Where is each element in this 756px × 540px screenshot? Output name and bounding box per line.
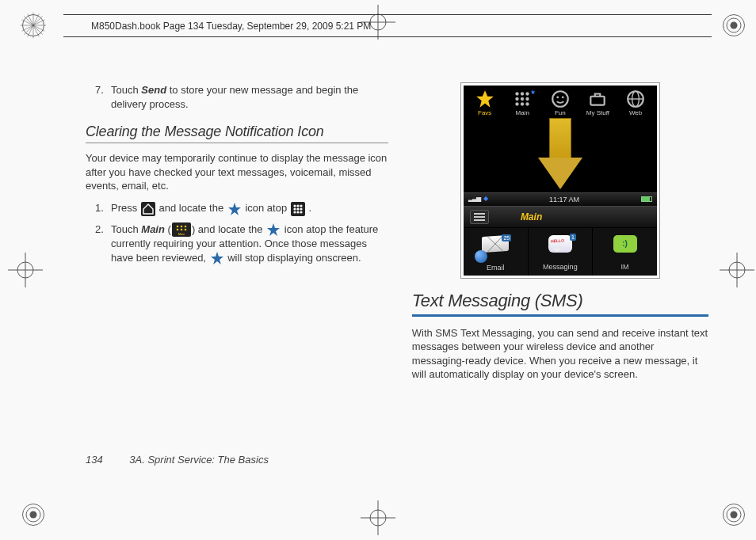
header-rule xyxy=(63,36,712,37)
tab-favs: Favs xyxy=(467,90,503,118)
svg-point-13 xyxy=(26,508,40,522)
svg-point-0 xyxy=(23,15,44,36)
tab-label: Web xyxy=(617,109,654,118)
footer-section: 3A. Sprint Service: The Basics xyxy=(129,454,269,466)
app-label: Messaging xyxy=(529,262,593,272)
menu-icon xyxy=(470,210,489,224)
tab-label: Fun xyxy=(542,109,578,118)
globe-icon xyxy=(625,90,646,108)
crop-rosette-icon xyxy=(19,500,48,529)
svg-point-17 xyxy=(731,511,738,519)
app-im: :) IM xyxy=(593,228,657,276)
svg-line-6 xyxy=(28,14,39,37)
svg-point-61 xyxy=(562,96,564,98)
main-tab-icon: Main xyxy=(172,222,191,237)
clock: 11:17 AM xyxy=(549,195,579,204)
star-icon xyxy=(227,202,242,216)
svg-line-4 xyxy=(24,16,42,34)
svg-point-36 xyxy=(300,207,302,210)
tab-mystuff: My Stuff xyxy=(580,90,617,118)
battery-icon xyxy=(641,196,652,202)
intro-paragraph: Your device may temporarily continue to … xyxy=(86,151,388,193)
send-label: Send xyxy=(141,84,166,96)
svg-point-41 xyxy=(181,226,183,228)
svg-point-18 xyxy=(17,262,33,278)
tab-label: My Stuff xyxy=(580,109,617,118)
svg-point-60 xyxy=(556,96,559,98)
hello-text: HELLO xyxy=(551,238,564,244)
star-icon xyxy=(210,251,224,265)
svg-marker-47 xyxy=(267,223,280,236)
svg-point-11 xyxy=(731,22,738,29)
svg-point-56 xyxy=(516,102,519,105)
step-text: Press xyxy=(111,202,140,214)
svg-point-54 xyxy=(521,97,524,101)
svg-point-31 xyxy=(293,204,296,207)
svg-point-59 xyxy=(552,91,568,107)
step-text: Touch xyxy=(111,84,141,96)
app-label: IM xyxy=(593,262,657,272)
app-email: 25 Email xyxy=(464,228,529,276)
svg-point-39 xyxy=(300,211,302,213)
crop-rosette-icon xyxy=(720,11,748,40)
svg-point-43 xyxy=(177,229,179,231)
svg-point-38 xyxy=(296,211,299,213)
badge: 1 xyxy=(570,234,576,241)
tab-web: Web xyxy=(617,90,654,118)
svg-line-7 xyxy=(22,20,45,31)
footer: 134 3A. Sprint Service: The Basics xyxy=(86,454,269,466)
svg-point-55 xyxy=(526,97,529,101)
phone-top-tabs: Favs ★ Main Fun My Stuff Web xyxy=(464,86,657,120)
svg-point-16 xyxy=(727,508,741,522)
tab-main: ★ Main xyxy=(504,90,540,118)
svg-point-57 xyxy=(521,102,524,105)
step-text: Touch xyxy=(111,223,141,235)
step-2: 2. Touch Main (Main) and locate the icon… xyxy=(95,222,388,266)
svg-point-14 xyxy=(30,511,37,519)
svg-point-35 xyxy=(296,207,299,210)
im-icon: :) xyxy=(608,235,643,260)
svg-point-44 xyxy=(181,229,183,231)
app-messaging: HELLO1 Messaging xyxy=(529,228,594,276)
svg-point-53 xyxy=(516,97,519,101)
badge: 25 xyxy=(502,234,511,241)
star-icon xyxy=(266,222,281,237)
svg-point-40 xyxy=(177,226,179,228)
svg-point-33 xyxy=(300,204,302,207)
crop-rosette-icon xyxy=(19,11,48,40)
tab-label: Favs xyxy=(467,109,503,118)
sms-paragraph: With SMS Text Messaging, you can send an… xyxy=(412,326,708,382)
svg-point-27 xyxy=(370,510,386,526)
svg-marker-49 xyxy=(476,90,494,108)
tab-label: Main xyxy=(504,109,540,118)
svg-point-52 xyxy=(526,92,529,95)
app-grid-icon xyxy=(291,202,305,216)
subheading-clear-notification: Clearing the Message Notification Icon xyxy=(86,122,388,143)
svg-point-15 xyxy=(724,504,745,526)
svg-point-32 xyxy=(296,204,299,207)
star-icon xyxy=(475,90,495,108)
step-text: icon atop xyxy=(245,202,289,214)
svg-point-37 xyxy=(293,211,296,213)
svg-marker-48 xyxy=(211,252,223,264)
left-column: 7. Touch Send to store your new message … xyxy=(86,83,388,477)
svg-line-5 xyxy=(28,14,39,37)
phone-main-bar: Main xyxy=(464,206,657,228)
svg-point-9 xyxy=(724,15,745,36)
page-number: 134 xyxy=(86,454,103,466)
step-text: ( xyxy=(165,223,171,235)
step-text: and locate the xyxy=(158,202,226,214)
step-text: will stop displaying onscreen. xyxy=(227,252,361,264)
svg-point-21 xyxy=(729,262,745,278)
notification-star-icon: ★ xyxy=(530,89,536,97)
phone-status-bar: ▂▃▅ ◆ 11:17 AM xyxy=(464,192,657,206)
app-label: Email xyxy=(464,263,528,272)
briefcase-icon xyxy=(587,90,608,108)
step-number: 1. xyxy=(95,201,111,216)
header-meta: M850Dash.book Page 134 Tuesday, Septembe… xyxy=(91,21,371,32)
step-text: ) and locate the xyxy=(192,223,265,235)
arrow-down-icon xyxy=(538,118,582,192)
crop-cross-icon xyxy=(8,253,43,287)
phone-apps-row: 25 Email HELLO1 Messaging :) IM xyxy=(464,228,657,276)
svg-line-3 xyxy=(24,16,42,34)
